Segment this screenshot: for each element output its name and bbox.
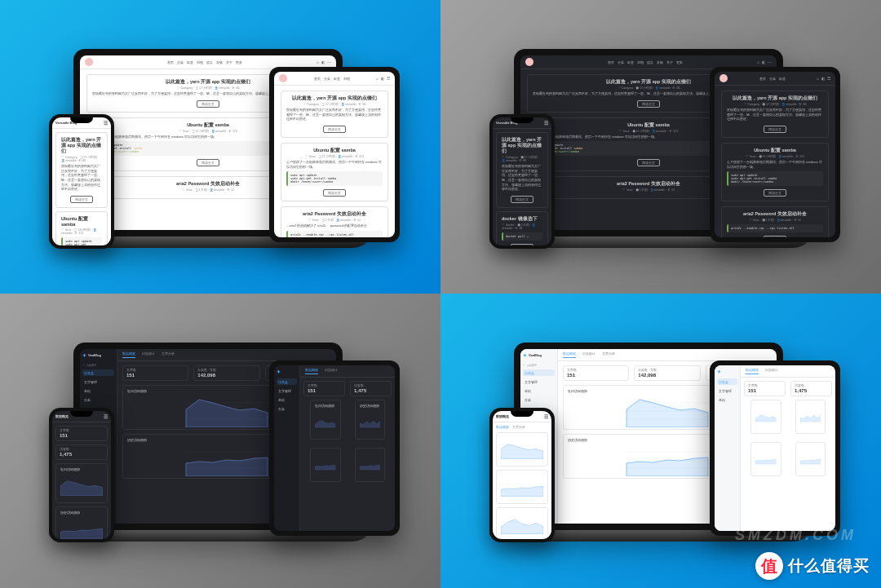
- sidebar-item[interactable]: 仪表盘: [277, 378, 297, 385]
- sidebar-item-dashboard[interactable]: 仪表盘: [523, 369, 555, 376]
- nav-item[interactable]: 留言: [206, 60, 213, 64]
- tab-overview[interactable]: 数据概览: [746, 368, 759, 374]
- panel-title: 近日访问趋势: [568, 389, 587, 393]
- menu-icon[interactable]: ☰: [544, 413, 548, 419]
- sidebar-item[interactable]: 草稿: [82, 387, 114, 394]
- post-title[interactable]: docker 镜像选下: [502, 216, 542, 222]
- header-icons: ⌕ ◐ ⋯: [317, 60, 331, 64]
- tab-overview[interactable]: 数据概览: [496, 426, 509, 429]
- read-more-button[interactable]: 阅读全文: [511, 244, 533, 245]
- nav-item[interactable]: 更多: [676, 60, 683, 64]
- nav-item[interactable]: 标签: [627, 60, 634, 64]
- sidebar-item[interactable]: 分类: [277, 405, 297, 412]
- sidebar-item[interactable]: 草稿: [717, 396, 737, 403]
- post-meta: ♡ Category · ⌚ 17小时前 · 👤 versatile · 👁 6…: [727, 103, 823, 106]
- sidebar-item[interactable]: 草稿: [523, 387, 555, 394]
- post-title[interactable]: Ubuntu 配置 samba: [286, 148, 383, 153]
- more-icon[interactable]: ⋯: [768, 60, 772, 64]
- read-more-button[interactable]: 阅读全文: [764, 236, 786, 237]
- watermark-badge-icon: 值: [755, 552, 783, 580]
- post-title[interactable]: aria2 Password 失效启动补全: [286, 211, 383, 217]
- tab-articles[interactable]: 文章分析: [512, 426, 525, 429]
- menu-icon[interactable]: ☰: [827, 76, 830, 81]
- tab-logs[interactable]: 日志统计: [765, 368, 778, 374]
- tab-overview[interactable]: 数据概览: [305, 368, 318, 374]
- tab-logs[interactable]: 日志统计: [142, 351, 155, 358]
- darkmode-icon[interactable]: ◐: [321, 60, 325, 64]
- stat-card: 分类数 · 字数142,098: [193, 365, 259, 381]
- nav-item[interactable]: 标签: [334, 77, 340, 81]
- menu-icon[interactable]: ☰: [544, 120, 548, 126]
- read-more-button[interactable]: 阅读全文: [764, 126, 786, 133]
- nav-item[interactable]: 归档: [197, 60, 203, 64]
- post-title[interactable]: Ubuntu 配置 samba: [61, 216, 102, 227]
- sidebar-item[interactable]: 文字管理: [523, 378, 555, 385]
- sidebar-item[interactable]: 草稿: [277, 396, 297, 403]
- search-icon[interactable]: ⌕: [817, 76, 819, 81]
- post-title[interactable]: 以此篇造，yarn 开源 app 实现的点缀们: [727, 95, 823, 101]
- sidebar-item[interactable]: 文字管理: [717, 387, 737, 394]
- dashboard-tabs: 数据概览 日志统计 文章分析: [117, 349, 336, 361]
- sidebar-item[interactable]: 仪表盘: [717, 378, 737, 385]
- nav-item[interactable]: 归档: [343, 77, 350, 81]
- post-title[interactable]: 以此篇造，yarn 开源 app 实现的点缀们: [61, 137, 102, 154]
- nav-item[interactable]: 留言: [647, 60, 653, 64]
- post-title[interactable]: 以此篇造，yarn 开源 app 实现的点缀们: [286, 95, 383, 101]
- read-more-button[interactable]: 阅读全文: [197, 100, 219, 108]
- nav-item[interactable]: 关于: [226, 60, 232, 64]
- tab-overview[interactable]: 数据概览: [563, 351, 576, 358]
- nav-item[interactable]: 分类: [618, 60, 624, 64]
- menu-icon[interactable]: ☰: [104, 413, 108, 419]
- nav-item[interactable]: 标签: [187, 60, 193, 64]
- darkmode-icon[interactable]: ◐: [821, 76, 825, 81]
- more-icon[interactable]: ⋯: [327, 60, 331, 64]
- sidebar-item[interactable]: 文字管理: [277, 387, 297, 394]
- nav-item[interactable]: 首页: [608, 60, 614, 64]
- site-avatar: [85, 58, 93, 66]
- post-body: 发现最近写的资料因为太广泛反而不好，为了方便实用，这里特意整理了一些。Mi，这是…: [286, 108, 383, 122]
- search-icon[interactable]: ⌕: [757, 60, 759, 64]
- quadrant-light-blog: 首页 分类 标签 归档 留言 友链 关于 更多 ⌕ ◐ ⋯: [0, 0, 440, 294]
- post-meta: ♡ linux · ⌚ 11小时前 · 👤 versatile · 👁 174: [727, 155, 823, 158]
- sidebar-item[interactable]: 分类: [523, 396, 555, 403]
- nav-item[interactable]: 友链: [216, 60, 223, 64]
- tab-articles[interactable]: 文章分析: [162, 351, 175, 358]
- post-title[interactable]: aria2 Password 失效启动补全: [727, 211, 823, 217]
- nav-item[interactable]: 友链: [657, 60, 663, 64]
- post-title[interactable]: 以此篇造，yarn 开源 app 实现的点缀们: [502, 137, 542, 154]
- search-icon[interactable]: ⌕: [376, 76, 379, 81]
- sidebar-item-dashboard[interactable]: 仪表盘: [82, 369, 114, 376]
- menu-icon[interactable]: ☰: [387, 76, 390, 81]
- nav-item[interactable]: 首页: [167, 60, 174, 64]
- post-title[interactable]: Ubuntu 配置 samba: [727, 148, 823, 153]
- brand-icon: ✦: [523, 352, 527, 358]
- read-more-button[interactable]: 阅读全文: [764, 189, 786, 197]
- nav-item[interactable]: 关于: [666, 60, 673, 64]
- read-more-button[interactable]: 阅读全文: [511, 196, 533, 203]
- tab-logs[interactable]: 日志统计: [325, 368, 338, 374]
- darkmode-icon[interactable]: ◐: [381, 76, 384, 81]
- read-more-button[interactable]: 阅读全文: [70, 196, 93, 203]
- read-more-button[interactable]: 阅读全文: [637, 100, 660, 108]
- nav-item[interactable]: 分类: [177, 60, 184, 64]
- read-more-button[interactable]: 阅读全文: [637, 159, 660, 166]
- nav-item[interactable]: 分类: [324, 77, 330, 81]
- tab-overview[interactable]: 数据概览: [122, 351, 135, 358]
- read-more-button[interactable]: 阅读全文: [323, 126, 346, 133]
- nav-item[interactable]: 标签: [779, 77, 786, 81]
- darkmode-icon[interactable]: ◐: [762, 60, 765, 64]
- menu-icon[interactable]: ☰: [104, 120, 108, 126]
- tab-articles[interactable]: 文章分析: [602, 351, 615, 358]
- nav-item[interactable]: 归档: [637, 60, 644, 64]
- tab-logs[interactable]: 日志统计: [582, 351, 595, 358]
- nav-item[interactable]: 更多: [236, 60, 242, 64]
- nav-item[interactable]: 分类: [769, 77, 776, 81]
- read-more-button[interactable]: 阅读全文: [197, 159, 219, 166]
- sidebar-item[interactable]: 分类: [82, 396, 114, 403]
- nav-item[interactable]: 首页: [314, 77, 321, 81]
- panel-title: 近日访问趋势: [315, 404, 334, 408]
- read-more-button[interactable]: 阅读全文: [323, 189, 346, 197]
- sidebar-item[interactable]: 文字管理: [82, 378, 114, 385]
- nav-item[interactable]: 首页: [759, 77, 766, 81]
- search-icon[interactable]: ⌕: [317, 60, 319, 64]
